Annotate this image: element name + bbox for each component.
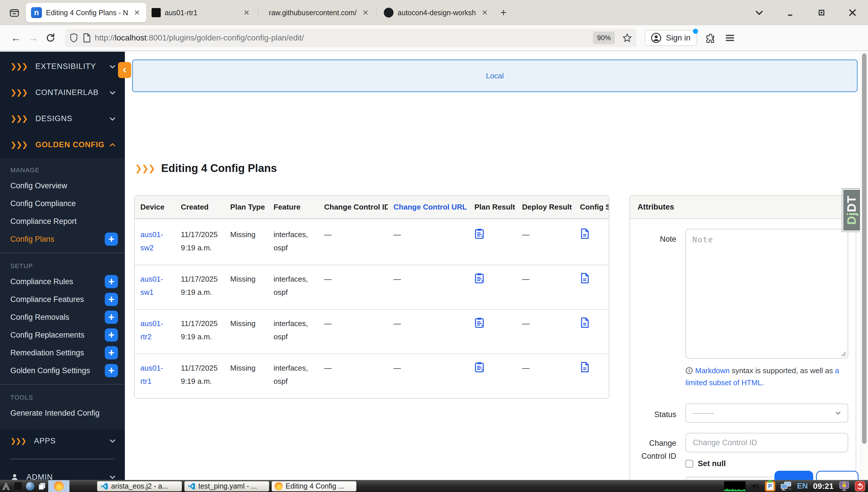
plan-result-clipboard-icon[interactable] (474, 317, 484, 328)
sidebar-item-golden-config-settings[interactable]: Golden Config Settings+ (0, 362, 125, 379)
tab-raw-github[interactable]: raw.githubusercontent.com/ ✕ (260, 3, 375, 22)
sidebar-item-designs[interactable]: ❯❯❯ DESIGNS (0, 106, 125, 132)
created-cell: 11/17/2025 9:19 a.m. (175, 309, 224, 352)
sidebar-item-extensibility[interactable]: ❯❯❯ EXTENSIBILITY (0, 53, 125, 79)
launcher-icon-3[interactable] (24, 480, 36, 492)
sidebar-item-golden-config[interactable]: ❯❯❯ GOLDEN CONFIG (0, 132, 125, 158)
tab-close-icon[interactable]: ✕ (132, 8, 141, 17)
add-config-plan-button[interactable]: + (105, 232, 118, 246)
local-banner-text[interactable]: Local (486, 72, 504, 80)
add-compliance-feature-button[interactable]: + (105, 293, 118, 306)
config-set-file-icon[interactable] (580, 273, 590, 284)
keyboard-layout-indicator[interactable]: EN (797, 482, 808, 491)
bookmark-star-icon[interactable] (622, 33, 632, 43)
menu-hamburger-icon[interactable] (724, 32, 736, 43)
chevrons-icon: ❯❯❯ (10, 62, 27, 71)
forward-button[interactable]: → (25, 29, 42, 47)
sidebar-item-config-removals[interactable]: Config Removals+ (0, 308, 125, 326)
django-debug-toolbar-handle[interactable]: DjDT (842, 189, 861, 232)
add-compliance-rule-button[interactable]: + (105, 275, 118, 288)
plan-result-clipboard-icon[interactable] (474, 228, 484, 239)
page-scrollbar[interactable] (860, 52, 868, 480)
launcher-icon-2[interactable] (12, 480, 24, 492)
close-window-icon[interactable] (848, 8, 857, 17)
plan-result-clipboard-icon[interactable] (474, 273, 484, 284)
config-set-file-icon[interactable] (580, 228, 590, 239)
plan-result-clipboard-icon[interactable] (474, 362, 484, 373)
add-config-removal-button[interactable]: + (105, 311, 118, 324)
sidebar-item-admin[interactable]: ADMIN (0, 466, 125, 480)
firefox-launcher-icon[interactable] (48, 480, 70, 492)
sidebar-item-config-plans[interactable]: Config Plans+ (0, 230, 125, 248)
add-remediation-setting-button[interactable]: + (105, 346, 118, 360)
sidebar-item-config-replacements[interactable]: Config Replacements+ (0, 326, 125, 344)
note-textarea[interactable] (686, 229, 848, 359)
sidebar-collapse-button[interactable] (118, 62, 131, 78)
add-golden-config-setting-button[interactable]: + (105, 364, 118, 377)
sidebar-item-compliance-features[interactable]: Compliance Features+ (0, 291, 125, 308)
shield-icon[interactable] (70, 33, 78, 43)
minimize-icon[interactable] (787, 8, 795, 17)
sidebar-item-config-compliance[interactable]: Config Compliance (0, 195, 125, 213)
zoom-level-badge[interactable]: 90% (593, 31, 615, 44)
sidebar-item-containerlab[interactable]: ❯❯❯ CONTAINERLAB (0, 79, 125, 106)
change-control-id-input[interactable] (686, 433, 848, 452)
tab-close-icon[interactable]: ✕ (480, 8, 489, 17)
taskbar-window-arista-eos[interactable]: arista_eos.j2 - a... (97, 481, 182, 491)
sidebar-item-apps[interactable]: ❯❯❯ APPS (0, 429, 125, 452)
clock[interactable]: 09:21 (813, 482, 834, 491)
url-bar[interactable]: http://localhost:8001/plugins/golden-con… (65, 29, 637, 47)
sidebar-item-compliance-report[interactable]: Compliance Report (0, 213, 125, 230)
tab-autocon4[interactable]: autocon4-design-worksh ✕ (379, 3, 494, 22)
device-link[interactable]: aus01-sw1 (140, 275, 163, 297)
set-null-checkbox[interactable] (686, 460, 693, 468)
device-link[interactable]: aus01-rtr1 (140, 364, 163, 386)
taskbar-window-test-ping[interactable]: test_ping.yaml - ... (184, 481, 269, 491)
created-cell: 11/17/2025 9:19 a.m. (175, 265, 224, 308)
page-info-icon[interactable] (83, 33, 91, 43)
config-set-file-icon[interactable] (580, 317, 590, 328)
resize-grip-icon[interactable] (840, 350, 846, 357)
config-set-file-icon[interactable] (580, 362, 590, 373)
network-icon[interactable] (780, 482, 792, 491)
device-link[interactable]: aus01-rtr2 (140, 319, 163, 341)
taskbar-window-editing-config[interactable]: Editing 4 Config ... (272, 481, 356, 491)
main-panel: Local ❯❯❯ Editing 4 Config Plans Device (125, 52, 868, 480)
tab-aus01-rtr1[interactable]: aus01-rtr1 ✕ (146, 3, 256, 22)
cpu-graph-icon[interactable] (724, 482, 745, 491)
add-config-replacement-button[interactable]: + (105, 328, 118, 342)
change-control-url-label: Change Control URL (638, 477, 676, 480)
clipboard-manager-icon[interactable]: P (765, 481, 775, 491)
extensions-puzzle-icon[interactable] (705, 33, 716, 43)
firefox-view-icon[interactable] (7, 5, 22, 20)
lock-screen-icon[interactable] (839, 481, 850, 491)
new-tab-button[interactable]: + (501, 7, 506, 19)
col-change-control-url[interactable]: Change Control URL (388, 196, 469, 219)
scrollbar-thumb[interactable] (862, 53, 867, 444)
sidebar-item-compliance-rules[interactable]: Compliance Rules+ (0, 273, 125, 291)
sidebar-item-remediation-settings[interactable]: Remediation Settings+ (0, 344, 125, 362)
update-button[interactable] (774, 471, 813, 480)
reload-button[interactable] (42, 29, 59, 47)
back-button[interactable]: ← (7, 29, 25, 47)
volume-icon[interactable] (751, 482, 760, 490)
tab-config-plans[interactable]: n Editing 4 Config Plans - N ✕ (26, 3, 146, 22)
device-link[interactable]: aus01-sw2 (140, 230, 163, 252)
cancel-button[interactable] (816, 471, 859, 480)
sidebar-item-config-overview[interactable]: Config Overview (0, 177, 125, 195)
status-select[interactable]: --------- (686, 403, 848, 422)
sidebar-item-generate-intended-config[interactable]: Generate Intended Config (0, 404, 125, 422)
select-caret-icon (835, 410, 841, 416)
tab-close-icon[interactable]: ✕ (242, 8, 251, 17)
feature-cell: interfaces, ospf (268, 354, 318, 396)
launcher-icon-1[interactable] (0, 480, 12, 492)
tab-list-chevron-icon[interactable] (754, 8, 764, 18)
terminal-favicon (152, 8, 161, 17)
tab-close-icon[interactable]: ✕ (362, 8, 370, 17)
created-cell: 11/17/2025 9:19 a.m. (175, 354, 224, 396)
maximize-icon[interactable] (817, 8, 825, 17)
power-button-icon[interactable] (855, 481, 865, 491)
markdown-link[interactable]: Markdown (695, 366, 730, 375)
launcher-windows-icon[interactable] (36, 480, 48, 492)
sign-in-button[interactable]: Sign in (645, 30, 697, 46)
